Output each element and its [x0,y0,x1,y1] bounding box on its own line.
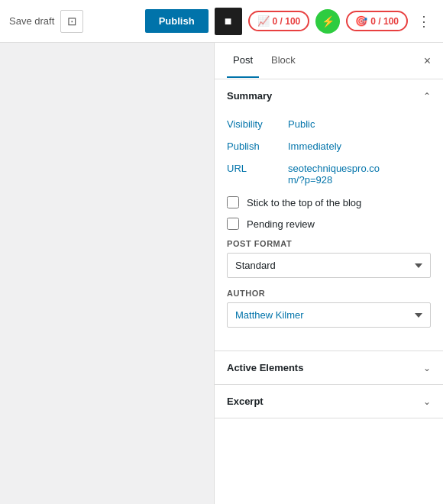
active-elements-toggle-icon: ⌄ [423,363,431,373]
author-label: AUTHOR [227,289,431,298]
close-icon: × [424,54,431,67]
author-select[interactable]: Matthew Kilmer [227,302,431,328]
panel-close-button[interactable]: × [424,55,431,67]
editor-area [0,43,214,504]
preview-button[interactable]: ⊡ [60,10,83,33]
seo-score-badge[interactable]: 🎯 0 / 100 [346,11,408,31]
settings-panel: Post Block × Summary ⌃ Visibility Public [214,43,443,504]
panel-header: Post Block × [215,43,443,79]
url-label: URL [227,163,288,174]
post-format-select[interactable]: Standard Aside Chat Gallery Link Image Q… [227,253,431,278]
visibility-value[interactable]: Public [288,118,315,130]
publish-row: Publish Immediately [227,141,431,152]
active-elements-section: Active Elements ⌄ [215,351,443,385]
publish-value[interactable]: Immediately [288,141,341,152]
stick-to-top-row: Stick to the top of the blog [227,196,431,208]
save-draft-label: Save draft [9,15,54,27]
url-row: URL seotechniquespro.co m/?p=928 [227,163,431,186]
post-format-label: POST FORMAT [227,239,431,248]
publish-button[interactable]: Publish [145,9,209,33]
toolbar-left: Save draft ⊡ [9,10,139,33]
summary-section: Summary ⌃ Visibility Public Publish Imme… [215,79,443,351]
excerpt-title: Excerpt [227,396,264,407]
more-options-button[interactable]: ⋮ [414,10,434,33]
summary-content: Visibility Public Publish Immediately UR… [215,112,443,351]
author-group: AUTHOR Matthew Kilmer [227,289,431,328]
visibility-row: Visibility Public [227,118,431,130]
stick-to-top-label[interactable]: Stick to the top of the blog [247,197,361,208]
readability-score-badge[interactable]: 📈 0 / 100 [248,11,310,31]
toolbar: Save draft ⊡ Publish ■ 📈 0 / 100 ⚡ 🎯 0 /… [0,0,443,43]
url-value[interactable]: seotechniquespro.co m/?p=928 [288,163,380,186]
pending-review-checkbox[interactable] [227,218,239,230]
readability-icon: 📈 [257,15,270,27]
excerpt-toggle-icon: ⌄ [423,396,431,407]
post-format-group: POST FORMAT Standard Aside Chat Gallery … [227,239,431,278]
lightning-icon: ⚡ [322,15,335,27]
pending-review-row: Pending review [227,218,431,230]
tab-block[interactable]: Block [265,44,302,78]
block-view-button[interactable]: ■ [215,8,242,35]
preview-icon: ⊡ [67,15,77,28]
pending-review-label[interactable]: Pending review [247,218,315,230]
stick-to-top-checkbox[interactable] [227,196,239,208]
tab-post[interactable]: Post [227,44,259,78]
main-content: Post Block × Summary ⌃ Visibility Public [0,43,443,504]
active-elements-header[interactable]: Active Elements ⌄ [215,351,443,384]
block-icon: ■ [225,15,232,28]
visibility-label: Visibility [227,118,288,130]
summary-section-header[interactable]: Summary ⌃ [215,79,443,112]
lightning-button[interactable]: ⚡ [315,9,340,34]
save-draft-button[interactable]: Save draft [9,15,54,27]
active-elements-title: Active Elements [227,362,303,373]
summary-title: Summary [227,90,272,102]
publish-label: Publish [227,141,288,152]
summary-toggle-icon: ⌃ [423,91,431,102]
excerpt-section: Excerpt ⌄ [215,385,443,418]
seo-icon: 🎯 [355,15,367,27]
more-icon: ⋮ [417,14,431,29]
excerpt-header[interactable]: Excerpt ⌄ [215,385,443,418]
